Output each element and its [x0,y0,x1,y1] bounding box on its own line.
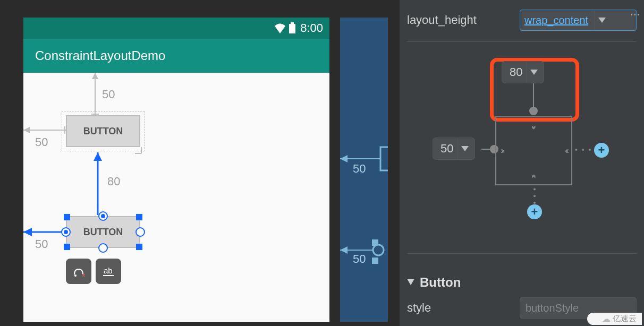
svg-text:50: 50 [353,162,366,175]
svg-text:×: × [82,272,86,279]
chevron-down-icon [595,10,608,30]
app-bar: ConstraintLayoutDemo [23,39,329,73]
svg-marker-11 [94,152,102,161]
svg-rect-1 [291,22,294,24]
svg-marker-33 [407,279,414,285]
resize-handle-tr[interactable] [136,214,142,220]
dots-bottom-icon: • • • [530,188,539,205]
watermark: 亿速云 [587,313,642,325]
baseline-action-button[interactable]: ab [96,259,121,284]
chevron-down-icon [407,278,414,287]
section-title: Button [420,275,461,290]
margin-label-left-b1: 50 [35,135,48,149]
quick-actions: × ab [66,259,121,284]
device-preview: 8:00 ConstraintLayoutDemo [23,18,329,322]
style-label: style [407,301,431,315]
button-2-label: BUTTON [83,227,123,238]
spring-bottom-icon: ‹‹‹ [529,174,539,176]
resize-handle-bl[interactable] [64,244,70,250]
constraint-anchor-top[interactable] [98,211,108,221]
style-value: buttonStyle [526,302,579,314]
divider [407,253,637,254]
design-surface[interactable]: 50 50 80 50 BUTTON BUTTON [23,73,329,322]
button-1-wrapper[interactable]: BUTTON [66,115,140,147]
layout-height-value: wrap_content [524,14,588,27]
svg-text:50: 50 [353,252,366,265]
svg-rect-18 [380,147,388,170]
add-constraint-bottom-button[interactable]: + [527,204,542,219]
svg-marker-20 [340,155,348,162]
add-constraint-right-button[interactable]: + [594,143,609,158]
watermark-text: 亿速云 [613,314,637,324]
status-time: 8:00 [300,21,323,35]
svg-rect-26 [372,258,378,264]
svg-marker-6 [23,127,30,133]
layout-height-dropdown[interactable]: wrap_content [520,10,637,31]
svg-marker-3 [92,73,98,79]
resize-handle-tl[interactable] [64,214,70,220]
constraint-anchor-right[interactable] [135,227,145,237]
constraint-box: ››› ‹‹‹ ››› ‹‹‹ [495,116,572,185]
dots-right-icon: • • • [575,145,592,154]
properties-panel: ⋯ layout_height wrap_content 80 50 [400,0,644,326]
margin-label-top-b1: 50 [102,88,115,101]
margin-label-top-b2: 80 [107,175,120,188]
spring-right-icon: ‹‹‹ [565,146,567,156]
constraint-anchor-left[interactable] [61,227,71,237]
layout-height-label: layout_height [407,13,477,27]
svg-marker-28 [598,18,606,23]
wifi-icon [274,23,286,33]
svg-marker-9 [23,228,32,236]
divider [407,41,637,42]
svg-rect-0 [289,24,295,33]
svg-text:ab: ab [104,266,113,275]
button-1[interactable]: BUTTON [66,115,140,147]
status-bar: 8:00 [23,18,329,39]
design-canvas: 8:00 ConstraintLayoutDemo [0,0,335,326]
svg-point-14 [74,274,77,277]
svg-point-25 [373,245,384,255]
battery-icon [289,22,296,34]
app-title: ConstraintLayoutDemo [35,48,165,63]
layout-height-row: layout_height wrap_content [407,10,637,31]
selection-outline [62,111,145,151]
more-icon[interactable]: ⋯ [630,8,641,20]
spring-top-icon: ››› [529,125,539,127]
constraint-node-top[interactable] [529,107,538,115]
constraint-widget[interactable]: 80 50 ››› ‹‹‹ ››› ‹‹‹ • • • • • • [437,58,607,228]
spring-left-icon: ››› [501,146,503,156]
resize-handle-br[interactable] [136,244,142,250]
margin-label-left-b2: 50 [35,237,48,251]
button-section-header[interactable]: Button [407,275,637,290]
svg-marker-23 [340,246,348,254]
chain-action-button[interactable]: × [66,259,91,284]
constraint-anchor-bottom[interactable] [98,243,108,253]
button-2-wrapper[interactable]: BUTTON × ab [66,216,140,248]
button-2[interactable]: BUTTON [66,216,140,248]
blueprint-view[interactable]: 50 50 [340,18,388,322]
